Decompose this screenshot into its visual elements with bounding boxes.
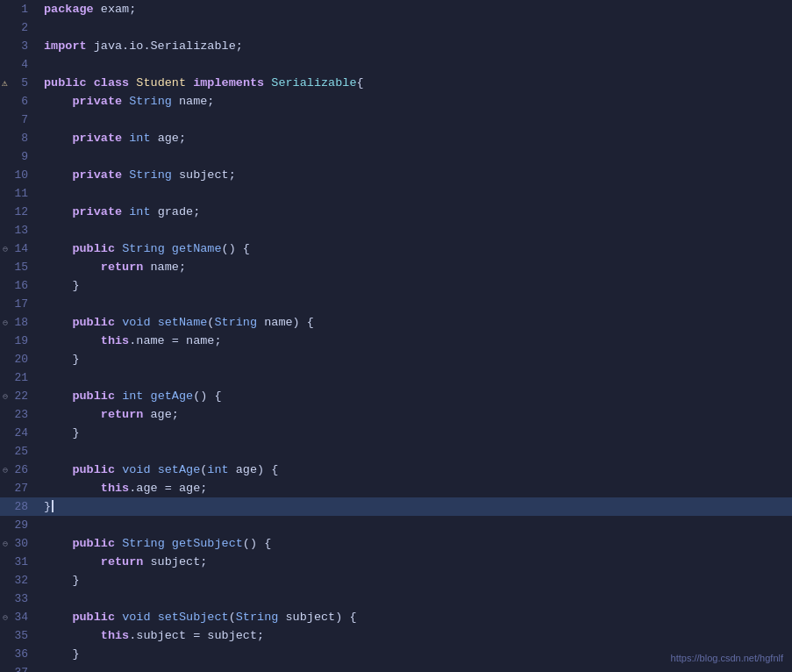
line-number-16: 16 xyxy=(0,276,37,295)
line-content-2 xyxy=(37,18,792,37)
line-content-18: public void setName(String name) { xyxy=(37,313,792,332)
line-content-28: } xyxy=(37,497,792,516)
line-number-15: 15 xyxy=(0,258,37,276)
line-21: 21 xyxy=(0,368,792,387)
line-content-20: } xyxy=(37,350,792,368)
line-32: 32 } xyxy=(0,571,792,590)
line-number-10: 10 xyxy=(0,166,37,184)
line-number-23: 23 xyxy=(0,405,37,424)
line-26: ⊖ 26 public void setAge(int age) { xyxy=(0,461,792,479)
code-editor[interactable]: 1 package exam; 2 3 import java.io.Seria… xyxy=(0,0,792,672)
line-18: ⊖ 18 public void setName(String name) { xyxy=(0,313,792,332)
line-content-1: package exam; xyxy=(37,0,792,18)
line-34: ⊖ 34 public void setSubject(String subje… xyxy=(0,608,792,626)
line-content-26: public void setAge(int age) { xyxy=(37,461,792,479)
line-33: 33 xyxy=(0,590,792,608)
line-number-27: 27 xyxy=(0,479,37,497)
line-content-29 xyxy=(37,516,792,534)
line-16: 16 } xyxy=(0,276,792,295)
line-content-9 xyxy=(37,147,792,166)
line-number-11: 11 xyxy=(0,184,37,203)
line-31: 31 return subject; xyxy=(0,553,792,571)
line-number-34: ⊖ 34 xyxy=(0,608,37,626)
line-number-37: 37 xyxy=(0,663,37,672)
line-17: 17 xyxy=(0,295,792,313)
line-number-28: 28 xyxy=(0,497,37,516)
line-content-27: this.age = age; xyxy=(37,479,792,497)
line-number-19: 19 xyxy=(0,332,37,350)
line-content-31: return subject; xyxy=(37,553,792,571)
line-30: ⊖ 30 public String getSubject() { xyxy=(0,534,792,553)
line-27: 27 this.age = age; xyxy=(0,479,792,497)
line-content-11 xyxy=(37,184,792,203)
line-number-29: 29 xyxy=(0,516,37,534)
line-number-6: 6 xyxy=(0,92,37,111)
line-number-18: ⊖ 18 xyxy=(0,313,37,332)
line-19: 19 this.name = name; xyxy=(0,332,792,350)
line-content-21 xyxy=(37,368,792,387)
line-content-13 xyxy=(37,221,792,239)
line-number-32: 32 xyxy=(0,571,37,590)
line-content-6: private String name; xyxy=(37,92,792,111)
line-number-14: ⊖ 14 xyxy=(0,239,37,258)
line-number-2: 2 xyxy=(0,18,37,37)
line-number-35: 35 xyxy=(0,626,37,645)
line-number-8: 8 xyxy=(0,129,37,147)
line-35: 35 this.subject = subject; xyxy=(0,626,792,645)
line-content-14: public String getName() { xyxy=(37,239,792,258)
line-content-34: public void setSubject(String subject) { xyxy=(37,608,792,626)
line-number-7: 7 xyxy=(0,111,37,129)
line-3: 3 import java.io.Serializable; xyxy=(0,37,792,55)
line-24: 24 } xyxy=(0,424,792,442)
line-6: 6 private String name; xyxy=(0,92,792,111)
warning-icon-5: ⚠ xyxy=(2,74,8,92)
line-content-12: private int grade; xyxy=(37,203,792,221)
line-7: 7 xyxy=(0,111,792,129)
line-5: ⚠ 5 public class Student implements Seri… xyxy=(0,74,792,92)
line-number-25: 25 xyxy=(0,442,37,461)
line-content-7 xyxy=(37,111,792,129)
line-content-19: this.name = name; xyxy=(37,332,792,350)
line-29: 29 xyxy=(0,516,792,534)
line-number-21: 21 xyxy=(0,368,37,387)
line-2: 2 xyxy=(0,18,792,37)
line-number-31: 31 xyxy=(0,553,37,571)
line-number-1: 1 xyxy=(0,0,37,18)
line-28: 28 } xyxy=(0,497,792,516)
line-content-33 xyxy=(37,590,792,608)
line-number-17: 17 xyxy=(0,295,37,313)
code-lines: 1 package exam; 2 3 import java.io.Seria… xyxy=(0,0,792,672)
line-content-8: private int age; xyxy=(37,129,792,147)
line-content-10: private String subject; xyxy=(37,166,792,184)
line-number-24: 24 xyxy=(0,424,37,442)
line-number-36: 36 xyxy=(0,645,37,663)
line-number-3: 3 xyxy=(0,37,37,55)
line-12: 12 private int grade; xyxy=(0,203,792,221)
line-content-17 xyxy=(37,295,792,313)
line-13: 13 xyxy=(0,221,792,239)
line-number-22: ⊖ 22 xyxy=(0,387,37,405)
line-9: 9 xyxy=(0,147,792,166)
line-37: 37 xyxy=(0,663,792,672)
line-8: 8 private int age; xyxy=(0,129,792,147)
line-number-13: 13 xyxy=(0,221,37,239)
line-content-32: } xyxy=(37,571,792,590)
line-content-30: public String getSubject() { xyxy=(37,534,792,553)
line-23: 23 return age; xyxy=(0,405,792,424)
line-number-33: 33 xyxy=(0,590,37,608)
line-content-4 xyxy=(37,55,792,74)
line-14: ⊖ 14 public String getName() { xyxy=(0,239,792,258)
line-content-25 xyxy=(37,442,792,461)
line-content-35: this.subject = subject; xyxy=(37,626,792,645)
line-number-20: 20 xyxy=(0,350,37,368)
line-number-30: ⊖ 30 xyxy=(0,534,37,553)
line-4: 4 xyxy=(0,55,792,74)
line-20: 20 } xyxy=(0,350,792,368)
line-content-15: return name; xyxy=(37,258,792,276)
line-content-23: return age; xyxy=(37,405,792,424)
line-number-26: ⊖ 26 xyxy=(0,461,37,479)
line-content-22: public int getAge() { xyxy=(37,387,792,405)
line-11: 11 xyxy=(0,184,792,203)
line-number-4: 4 xyxy=(0,55,37,74)
line-15: 15 return name; xyxy=(0,258,792,276)
